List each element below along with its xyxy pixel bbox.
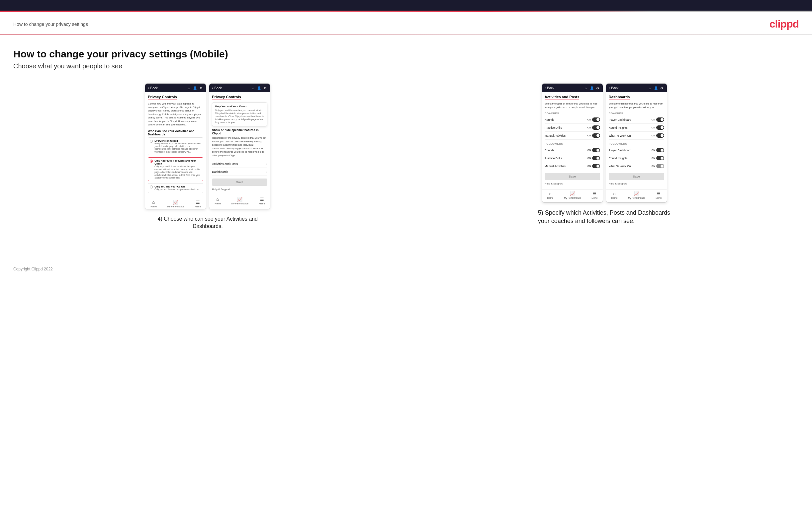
nav-performance-1[interactable]: 📈 My Performance [167, 200, 184, 208]
back-button-1[interactable]: ‹ Back [148, 86, 158, 90]
breadcrumb: How to change your privacy settings [13, 21, 88, 27]
back-button-2[interactable]: ‹ Back [212, 86, 222, 90]
toggle-coaches-manual: Manual Activities ON [545, 132, 600, 140]
profile-icon-4[interactable]: 👤 [654, 86, 658, 90]
switch-coaches-rounds[interactable] [592, 117, 600, 122]
search-icon-3[interactable]: ⌕ [583, 86, 588, 90]
profile-icon-1[interactable]: 👤 [193, 86, 197, 90]
toggle-followers-drills-ctrl[interactable]: ON [588, 156, 600, 160]
followers-header-4: FOLLOWERS [609, 143, 664, 145]
switch-coaches-wtw[interactable] [656, 133, 664, 138]
switch-followers-ri[interactable] [656, 156, 664, 160]
help-label-3: Help & Support [545, 182, 600, 185]
popup-title: Only You and Your Coach [215, 105, 264, 108]
radio-approved[interactable]: Only Approved Followers and Your Coach O… [148, 157, 203, 181]
nav-home-2[interactable]: ⌂ Home [214, 197, 221, 205]
switch-followers-wtw[interactable] [656, 164, 664, 168]
header: How to change your privacy settings clip… [0, 12, 812, 35]
switch-followers-drills[interactable] [592, 156, 600, 160]
toggle-followers-what-to-work: What To Work On ON [609, 162, 664, 170]
menu-dashboards[interactable]: Dashboards › [212, 168, 267, 176]
main-content: How to change your privacy settings (Mob… [0, 35, 812, 260]
search-icon-4[interactable]: ⌕ [648, 86, 652, 90]
coaches-player-dash-label: Player Dashboard [609, 118, 631, 121]
switch-followers-pd[interactable] [656, 148, 664, 152]
top-bar [0, 0, 812, 12]
menu-label-1: Menu [195, 206, 201, 208]
toggle-coaches-drills-ctrl[interactable]: ON [588, 125, 600, 130]
topbar-icons-1: ⌕ 👤 ⚙ [187, 86, 203, 90]
menu-activities[interactable]: Activities and Posts › [212, 160, 267, 168]
toggle-followers-wtw-ctrl[interactable]: ON [652, 164, 664, 168]
switch-followers-manual[interactable] [592, 164, 600, 168]
switch-coaches-manual[interactable] [592, 133, 600, 138]
mobile-screen-4: ‹ Back ⌕ 👤 ⚙ Dashboards Select the dashb… [606, 83, 667, 203]
switch-followers-rounds[interactable] [592, 148, 600, 152]
settings-icon-2[interactable]: ⚙ [263, 86, 267, 90]
settings-icon-1[interactable]: ⚙ [199, 86, 203, 90]
bottom-nav-3: ⌂ Home 📈 My Performance ☰ Menu [542, 189, 603, 201]
page-title: How to change your privacy settings (Mob… [13, 48, 799, 60]
toggle-coaches-ri-ctrl[interactable]: ON [652, 125, 664, 130]
section-title-4: Dashboards [609, 95, 630, 100]
toggle-followers-pd-ctrl[interactable]: ON [652, 148, 664, 152]
toggle-followers-manual-ctrl[interactable]: ON [588, 164, 600, 168]
section-title-2: Privacy Controls [212, 95, 241, 100]
search-icon-1[interactable]: ⌕ [187, 86, 191, 90]
nav-menu-4[interactable]: ☰ Menu [656, 191, 662, 199]
toggle-coaches-manual-ctrl[interactable]: ON [588, 133, 600, 138]
save-btn-4[interactable]: Save [609, 173, 664, 180]
save-btn-3[interactable]: Save [545, 173, 600, 180]
switch-coaches-ri[interactable] [656, 125, 664, 130]
profile-icon-3[interactable]: 👤 [590, 86, 594, 90]
body-text-4: Select the dashboards that you'd like to… [609, 102, 664, 109]
nav-home-4[interactable]: ⌂ Home [611, 191, 618, 199]
radio-only-you-desc: Only you and the coaches you connect wit… [154, 188, 198, 191]
toggle-coaches-rounds: Rounds ON [545, 116, 600, 124]
topbar-icons-4: ⌕ 👤 ⚙ [648, 86, 664, 90]
nav-menu-2[interactable]: ☰ Menu [259, 197, 265, 205]
followers-drills-label: Practice Drills [545, 157, 562, 160]
coaches-wtw-label: What To Work On [609, 134, 631, 137]
toggle-followers-rounds-ctrl[interactable]: ON [588, 148, 600, 152]
nav-menu-1[interactable]: ☰ Menu [195, 200, 201, 208]
toggle-followers-ri-ctrl[interactable]: ON [652, 156, 664, 160]
nav-performance-2[interactable]: 📈 My Performance [232, 197, 248, 205]
radio-only-you[interactable]: Only You and Your Coach Only you and the… [148, 183, 203, 193]
toggle-followers-rounds: Rounds ON [545, 146, 600, 154]
nav-performance-4[interactable]: 📈 My Performance [628, 191, 645, 199]
page-subtitle: Choose what you want people to see [13, 62, 799, 70]
back-label-4: Back [611, 86, 618, 90]
nav-menu-3[interactable]: ☰ Menu [592, 191, 598, 199]
back-button-4[interactable]: ‹ Back [609, 86, 619, 90]
search-icon-2[interactable]: ⌕ [251, 86, 255, 90]
toggle-coaches-rounds-ctrl[interactable]: ON [588, 117, 600, 122]
menu-icon-4: ☰ [657, 191, 661, 196]
back-button-3[interactable]: ‹ Back [545, 86, 555, 90]
toggle-coaches-wtw-ctrl[interactable]: ON [652, 133, 664, 138]
mobile-screen-3: ‹ Back ⌕ 👤 ⚙ Activities and Posts Select… [542, 83, 603, 203]
performance-label-4: My Performance [628, 197, 645, 199]
home-label-3: Home [547, 197, 554, 199]
coaches-rounds-label: Rounds [545, 118, 554, 121]
radio-approved-label: Only Approved Followers and Your Coach [154, 159, 201, 165]
back-icon-2: ‹ [212, 86, 213, 90]
profile-icon-2[interactable]: 👤 [257, 86, 261, 90]
back-icon-3: ‹ [545, 86, 546, 90]
save-btn-2[interactable]: Save [212, 178, 267, 186]
switch-coaches-pd[interactable] [656, 117, 664, 122]
help-label-2: Help & Support [212, 188, 267, 191]
radio-everyone[interactable]: Everyone on Clippd Everyone on Clippd ca… [148, 137, 203, 156]
nav-performance-3[interactable]: 📈 My Performance [564, 191, 581, 199]
mock-topbar-1: ‹ Back ⌕ 👤 ⚙ [145, 83, 206, 92]
followers-manual-label: Manual Activities [545, 165, 566, 168]
nav-home-1[interactable]: ⌂ Home [150, 200, 157, 208]
nav-home-3[interactable]: ⌂ Home [547, 191, 554, 199]
toggle-coaches-what-to-work: What To Work On ON [609, 132, 664, 140]
switch-coaches-drills[interactable] [592, 125, 600, 130]
toggle-coaches-pd-ctrl[interactable]: ON [652, 117, 664, 122]
settings-icon-4[interactable]: ⚙ [660, 86, 664, 90]
radio-only-you-label: Only You and Your Coach [154, 185, 198, 188]
followers-ri-label: Round Insights [609, 157, 628, 160]
settings-icon-3[interactable]: ⚙ [596, 86, 600, 90]
